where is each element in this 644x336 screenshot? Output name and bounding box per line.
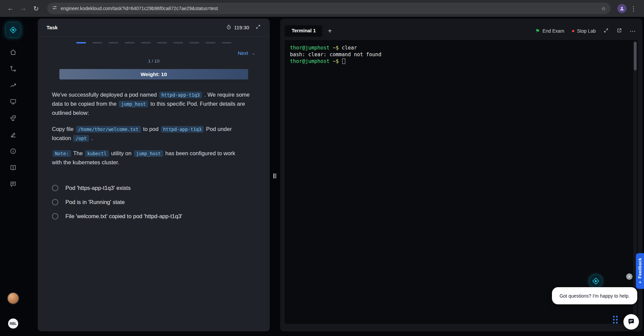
task-description-p2: Copy file /home/thor/welcome.txt to pod …	[52, 125, 251, 143]
chat-bot-avatar	[589, 274, 603, 288]
arrow-right-icon: →	[251, 50, 256, 56]
browser-toolbar: ← → ↻ engineer.kodekloud.com/task?id=640…	[0, 0, 644, 17]
tab-terminal-1[interactable]: Terminal 1	[285, 25, 322, 37]
flag-icon: ⚑	[535, 28, 540, 34]
stop-icon: ■	[572, 29, 574, 33]
check-radio-icon	[52, 185, 58, 191]
url-bar[interactable]: engineer.kodekloud.com/task?id=64071c29b…	[47, 3, 611, 14]
validation-checks: Pod 'https-app-t1q3' exists Pod is in 'R…	[52, 185, 256, 220]
timer-icon	[226, 24, 232, 31]
end-exam-button[interactable]: ⚑ End Exam	[535, 28, 564, 34]
back-icon[interactable]: ←	[5, 3, 16, 14]
rbl-badge[interactable]: RBL	[8, 318, 18, 329]
task-content: Next → 1 / 10 Weight: 10 We've successfu…	[38, 42, 270, 220]
learning-path-icon[interactable]	[5, 62, 21, 75]
check-item: Pod is in 'Running' state	[52, 199, 256, 205]
stop-lab-button[interactable]: ■ Stop Lab	[572, 28, 596, 34]
bookmark-star-icon[interactable]: ☆	[601, 5, 606, 12]
check-radio-icon	[52, 199, 58, 205]
progress-segment	[189, 42, 199, 43]
docs-icon[interactable]	[5, 161, 21, 174]
chat-launcher-button[interactable]	[623, 314, 639, 330]
terminal-line: thor@jumphost ~$ clear	[290, 44, 633, 51]
terminal-cursor	[342, 59, 345, 64]
info-icon[interactable]	[5, 145, 21, 158]
progress-segment	[157, 42, 167, 43]
check-item: File 'welcome.txt' copied to pod 'httpd-…	[52, 213, 256, 220]
progress-segment	[76, 42, 86, 43]
home-icon[interactable]	[5, 46, 21, 59]
chat-close-icon[interactable]: ✕	[626, 273, 633, 280]
panel-resize-handle[interactable]	[272, 172, 277, 180]
support-chat-icon[interactable]	[5, 178, 21, 191]
end-exam-label: End Exam	[543, 28, 564, 34]
tab-task[interactable]: Task	[47, 25, 58, 30]
progress-segment	[92, 42, 102, 43]
site-settings-icon[interactable]	[52, 5, 57, 12]
terminal-panel: Terminal 1 + ⚑ End Exam ■ Stop Lab ⋯ tho…	[280, 19, 642, 331]
exam-timer: 119:30	[226, 24, 249, 31]
check-item: Pod 'https-app-t1q3' exists	[52, 185, 256, 191]
url-text[interactable]: engineer.kodekloud.com/task?id=64071c29b…	[61, 6, 598, 11]
terminal-line: bash: clear: command not found	[290, 51, 633, 58]
reload-icon[interactable]: ↻	[30, 3, 42, 14]
check-label: Pod 'https-app-t1q3' exists	[65, 185, 130, 191]
user-avatar[interactable]	[7, 292, 19, 304]
add-terminal-button[interactable]: +	[328, 27, 332, 35]
terminal-header: Terminal 1 + ⚑ End Exam ■ Stop Lab ⋯	[280, 19, 642, 39]
progress-segment	[173, 42, 183, 43]
progress-segment	[125, 42, 135, 43]
browser-menu-icon[interactable]: ⋮	[628, 3, 639, 14]
playgrounds-icon[interactable]	[5, 112, 21, 125]
open-new-window-icon[interactable]	[616, 28, 622, 34]
feedback-tab[interactable]: Feedback	[636, 253, 644, 289]
next-label: Next	[238, 50, 248, 56]
forward-icon[interactable]: →	[18, 3, 29, 14]
progress-bar	[52, 42, 256, 43]
progress-icon[interactable]	[5, 79, 21, 92]
terminal-menu-icon[interactable]: ⋯	[630, 27, 636, 35]
check-label: File 'welcome.txt' copied to pod 'httpd-…	[65, 213, 182, 220]
labs-icon[interactable]	[5, 95, 21, 108]
chat-bubble-icon	[627, 318, 635, 326]
feedback-label: Feedback	[638, 258, 642, 278]
sidebar: RBL	[0, 17, 26, 336]
next-button[interactable]: Next →	[238, 50, 256, 56]
chat-message-bubble[interactable]: Got questions? I'm happy to help.	[552, 287, 637, 304]
scrollbar-thumb[interactable]	[634, 42, 637, 70]
progress-segment	[141, 42, 151, 43]
progress-segment	[222, 42, 232, 43]
stop-lab-label: Stop Lab	[577, 28, 596, 34]
exam-icon[interactable]	[5, 128, 21, 141]
task-note: Note: The kubectl utility on jump_host h…	[52, 149, 238, 167]
terminal[interactable]: thor@jumphost ~$ clear bash: clear: comm…	[285, 40, 638, 324]
widget-drag-handle[interactable]	[613, 316, 618, 324]
check-label: Pod is in 'Running' state	[65, 199, 125, 205]
terminal-line: thor@jumphost ~$	[290, 58, 633, 65]
browser-profile-avatar[interactable]	[617, 4, 626, 13]
check-radio-icon	[52, 213, 58, 220]
expand-task-icon[interactable]	[255, 24, 261, 31]
timer-value: 119:30	[234, 25, 249, 30]
task-panel: Task 119:30 Next → 1 / 10 Weight: 10 We'…	[38, 19, 270, 331]
weight-banner: Weight: 10	[59, 69, 248, 79]
task-description-p1: We've successfully deployed a pod named …	[52, 90, 251, 117]
pagination: 1 / 10	[52, 59, 256, 64]
progress-segment	[206, 42, 215, 43]
task-panel-header: Task 119:30	[38, 19, 270, 37]
fullscreen-terminal-icon[interactable]	[603, 28, 609, 34]
chat-message: Got questions? I'm happy to help.	[559, 293, 630, 299]
sparkle-icon	[638, 280, 642, 284]
kodekloud-logo-icon[interactable]	[5, 22, 21, 38]
progress-segment	[109, 42, 118, 43]
